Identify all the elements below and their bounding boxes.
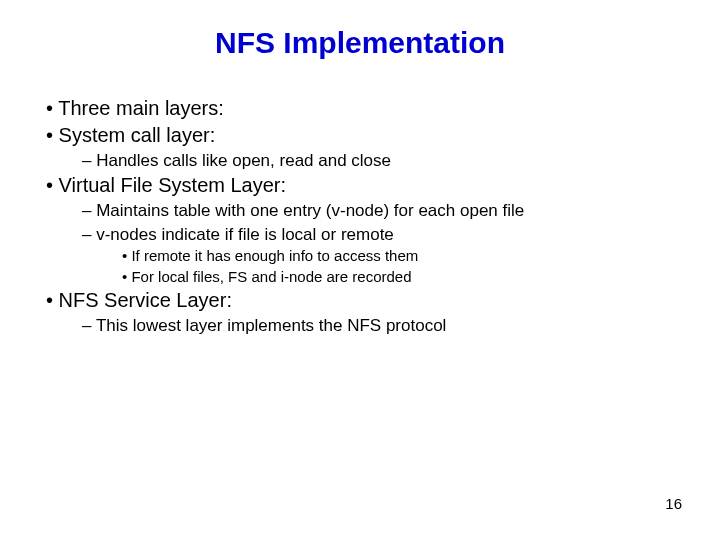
bullet-l1: Three main layers: (28, 96, 692, 121)
bullet-l1: Virtual File System Layer: (28, 173, 692, 198)
bullet-l2: Handles calls like open, read and close (28, 150, 692, 171)
bullet-l3: If remote it has enough info to access t… (28, 247, 692, 266)
bullet-l2: v-nodes indicate if file is local or rem… (28, 224, 692, 245)
bullet-l3: For local files, FS and i-node are recor… (28, 268, 692, 287)
slide-content: Three main layers: System call layer: Ha… (0, 70, 720, 337)
bullet-l1: NFS Service Layer: (28, 288, 692, 313)
slide-title: NFS Implementation (0, 0, 720, 70)
bullet-l2: This lowest layer implements the NFS pro… (28, 315, 692, 336)
bullet-l1: System call layer: (28, 123, 692, 148)
slide: NFS Implementation Three main layers: Sy… (0, 0, 720, 540)
bullet-l2: Maintains table with one entry (v-node) … (28, 200, 692, 221)
bullet-list: Three main layers: System call layer: Ha… (28, 96, 692, 337)
page-number: 16 (665, 495, 682, 512)
